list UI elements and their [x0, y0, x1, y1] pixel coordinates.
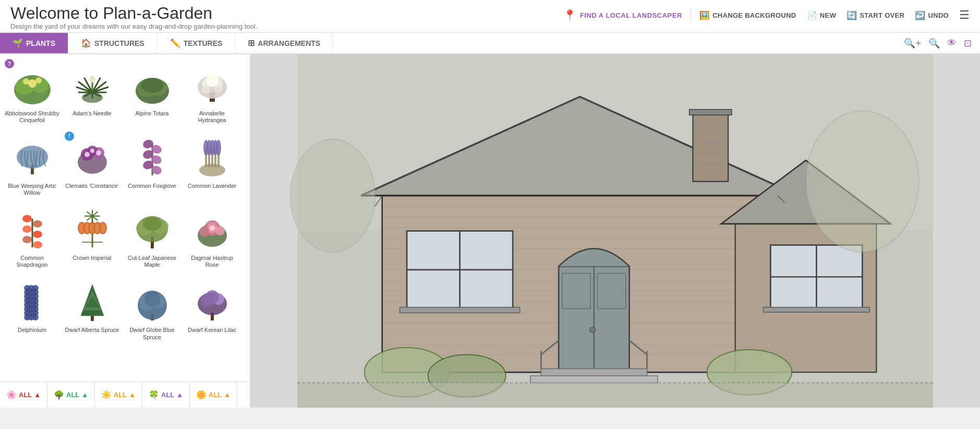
plant-badge: !: [65, 132, 74, 141]
plant-image: [189, 206, 236, 253]
filter-daisy-label: ALL: [209, 391, 222, 399]
plant-item-15[interactable]: Dwarf Globe Blue Spruce: [122, 273, 182, 345]
header-title-block: Welcome to Plan-a-Garden Design the yard…: [10, 4, 257, 30]
plant-item-3[interactable]: Alpine Totara: [122, 56, 182, 128]
find-landscaper-label: FIND A LOCAL LANDSCAPER: [580, 11, 682, 19]
plant-item-9[interactable]: Common Snapdragon: [2, 201, 62, 273]
canvas-area[interactable]: [250, 54, 980, 408]
plant-item-12[interactable]: Dagmar Hastrup Rose: [182, 201, 242, 273]
undo-button[interactable]: ↩️ UNDO: [915, 10, 949, 20]
grid-icon[interactable]: ⊡: [964, 38, 972, 49]
svg-point-4: [23, 78, 29, 85]
change-background-label: CHANGE BACKGROUND: [712, 11, 796, 19]
plant-image: [69, 206, 116, 253]
start-over-icon: 🔄: [846, 10, 857, 20]
plant-image: [189, 61, 236, 108]
svg-rect-191: [297, 383, 933, 408]
plant-image: [189, 278, 236, 325]
daisy-icon: 🌼: [196, 390, 207, 400]
svg-point-65: [33, 241, 42, 248]
svg-point-64: [22, 236, 32, 243]
change-background-icon: 🖼️: [699, 10, 710, 20]
start-over-button[interactable]: 🔄 START OVER: [846, 10, 904, 20]
plant-item-8[interactable]: Common Lavender: [182, 129, 242, 201]
plant-name: Cut-Leaf Japanese Maple: [125, 255, 179, 268]
plant-item-1[interactable]: ? Abbotswood Shrubby Cinquefoil: [2, 56, 62, 128]
filter-daisy-arrow: ▲: [224, 391, 231, 399]
filter-all-daisy[interactable]: 🌼 ALL ▲: [190, 382, 237, 408]
eye-icon[interactable]: 👁: [947, 38, 957, 49]
plant-image: [69, 134, 116, 181]
svg-line-75: [92, 211, 98, 216]
change-background-button[interactable]: 🖼️ CHANGE BACKGROUND: [699, 10, 796, 20]
plant-image: [9, 278, 56, 325]
filter-all-sun[interactable]: ☀️ ALL ▲: [95, 382, 142, 408]
plant-item-10[interactable]: Crown Imperial: [62, 201, 122, 273]
new-button[interactable]: 📄 NEW: [807, 10, 837, 20]
svg-point-3: [28, 79, 37, 88]
plant-item-7[interactable]: Common Foxglove: [122, 129, 182, 201]
plant-item-2[interactable]: Adam's Needle: [62, 56, 122, 128]
structures-tab-icon: 🏠: [81, 38, 91, 48]
plant-grid-container[interactable]: ? Abbotswood Shrubby Cinquefoil: [0, 54, 250, 382]
svg-point-31: [214, 85, 223, 93]
svg-point-40: [90, 149, 94, 153]
header: Welcome to Plan-a-Garden Design the yard…: [0, 0, 980, 33]
svg-point-123: [32, 314, 39, 320]
divider: [691, 7, 691, 23]
plant-image: [129, 61, 176, 108]
start-over-label: START OVER: [860, 11, 904, 19]
zoom-in-icon[interactable]: 🔍+: [904, 38, 921, 49]
header-right: 📍 FIND A LOCAL LANDSCAPER 🖼️ CHANGE BACK…: [563, 4, 970, 23]
svg-rect-175: [764, 307, 869, 312]
plant-item-4[interactable]: Annabelle Hydrangea: [182, 56, 242, 128]
arrangements-tab-icon: ⊞: [248, 38, 255, 48]
filter-all-tree[interactable]: 🌳 ALL ▲: [47, 382, 95, 408]
tab-textures[interactable]: ✏️ TEXTURES: [158, 33, 236, 53]
plant-item-13[interactable]: Delphinium: [2, 273, 62, 345]
filter-multi-label: ALL: [161, 391, 174, 399]
app-subtitle: Design the yard of your dreams with our …: [10, 22, 257, 30]
plant-item-14[interactable]: Dwarf Alberta Spruce: [62, 273, 122, 345]
svg-point-132: [144, 291, 160, 307]
svg-point-24: [141, 78, 164, 93]
nav-tab-actions: 🔍+ 🔍 👁 ⊡: [896, 33, 980, 53]
hamburger-menu[interactable]: ☰: [959, 8, 970, 22]
plant-item-16[interactable]: Dwarf Korean Lilac: [182, 273, 242, 345]
plant-image: [9, 134, 56, 181]
tab-arrangements[interactable]: ⊞ ARRANGEMENTS: [235, 33, 333, 53]
svg-point-29: [206, 74, 219, 87]
plant-image: [129, 278, 176, 325]
zoom-out-icon[interactable]: 🔍: [928, 38, 940, 49]
filter-all-flower[interactable]: 🌸 ALL ▲: [0, 382, 47, 408]
textures-tab-label: TEXTURES: [184, 39, 223, 47]
svg-point-193: [291, 139, 375, 253]
filter-all-multi[interactable]: 🍀 ALL ▲: [142, 382, 190, 408]
filter-sun-arrow: ▲: [129, 391, 136, 399]
svg-rect-162: [689, 110, 732, 115]
plant-image: [9, 206, 56, 253]
plant-image: [9, 61, 56, 108]
undo-label: UNDO: [928, 11, 949, 19]
tab-plants[interactable]: 🌱 PLANTS: [0, 33, 68, 53]
plant-item-5[interactable]: Blue Weeping Artic Willow: [2, 129, 62, 201]
plant-name: Adam's Needle: [72, 110, 111, 117]
plant-name: Clematis 'Constance': [65, 183, 119, 189]
svg-point-96: [215, 226, 225, 235]
filter-tree-arrow: ▲: [81, 391, 88, 399]
filter-flower-arrow: ▲: [34, 391, 41, 399]
app-title: Welcome to Plan-a-Garden: [10, 4, 257, 22]
sun-icon: ☀️: [101, 390, 112, 400]
plant-item-6[interactable]: ! Clematis 'Constance': [62, 129, 122, 201]
tab-structures[interactable]: 🏠 STRUCTURES: [68, 33, 158, 53]
plant-name: Common Snapdragon: [5, 255, 59, 268]
filter-tree-label: ALL: [66, 391, 79, 399]
search-field-container: [237, 391, 250, 399]
plant-item-11[interactable]: Cut-Leaf Japanese Maple: [122, 201, 182, 273]
find-landscaper-button[interactable]: 📍 FIND A LOCAL LANDSCAPER: [563, 9, 682, 21]
plant-grid: ? Abbotswood Shrubby Cinquefoil: [2, 56, 248, 345]
structures-tab-label: STRUCTURES: [94, 39, 144, 47]
svg-point-85: [100, 223, 105, 233]
plant-name: Dwarf Korean Lilac: [188, 327, 236, 333]
svg-point-19: [89, 76, 95, 82]
